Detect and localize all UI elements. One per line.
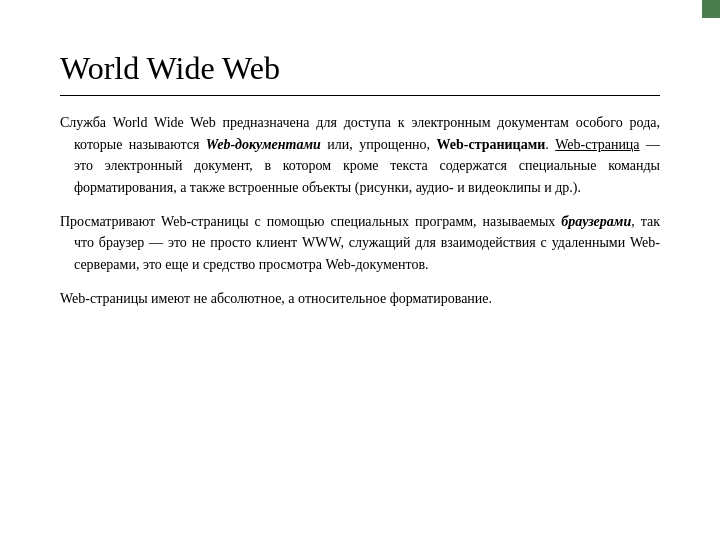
term-web-pages: Web-страницами <box>437 137 546 152</box>
term-web-page-underline: Web-страница <box>555 137 639 152</box>
term-browsers: браузерами <box>561 214 631 229</box>
top-bar-accent <box>702 0 720 18</box>
title-divider <box>60 95 660 96</box>
paragraph-2: Просматривают Web-страницы с помощью спе… <box>60 211 660 276</box>
page: World Wide Web Служба World Wide Web пре… <box>0 0 720 540</box>
paragraph-1: Служба World Wide Web предназначена для … <box>60 112 660 199</box>
term-web-documents: Web-документами <box>206 137 321 152</box>
content-area: Служба World Wide Web предназначена для … <box>60 112 660 310</box>
paragraph-3: Web-страницы имеют не абсолютное, а отно… <box>60 288 660 310</box>
page-title: World Wide Web <box>60 50 660 87</box>
